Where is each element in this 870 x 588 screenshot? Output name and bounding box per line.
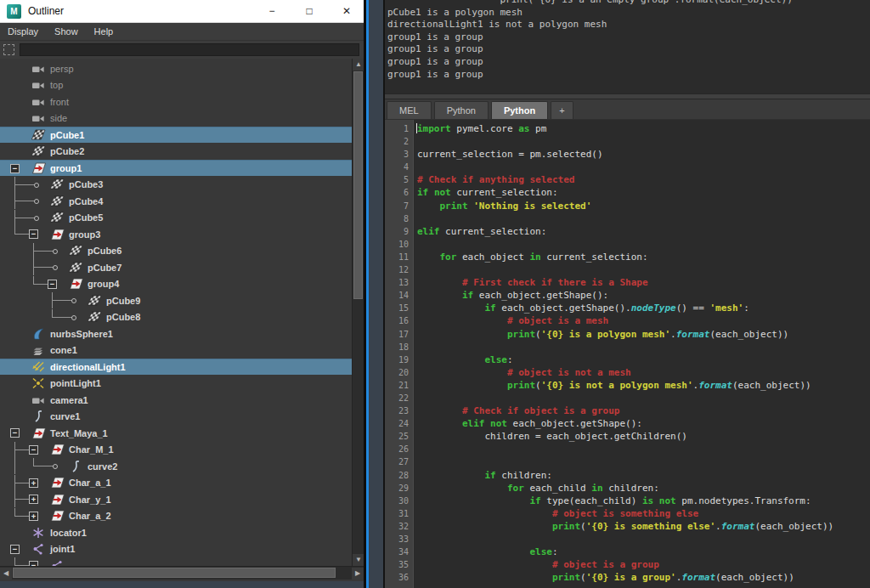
expand-icon[interactable]: +: [29, 495, 38, 504]
scroll-up-icon[interactable]: ▲: [353, 59, 364, 71]
expand-icon[interactable]: +: [29, 512, 38, 521]
outliner-row-front[interactable]: front: [0, 93, 352, 110]
scroll-right-icon[interactable]: ▶: [352, 568, 364, 580]
output-line: print('{0} is a an empty group'.format(e…: [387, 0, 793, 7]
outliner-row-Char_M_1[interactable]: −Char_M_1: [0, 442, 352, 458]
outliner-row-Text_Maya_1[interactable]: −Text_Maya_1: [0, 425, 352, 441]
collapse-icon[interactable]: −: [10, 164, 20, 173]
outliner-item-label: pCube4: [69, 196, 103, 206]
vertical-scrollbar[interactable]: ▲ ▼: [352, 59, 364, 566]
outliner-row-camera1[interactable]: camera1: [0, 392, 352, 408]
line-number: 17: [385, 328, 413, 341]
outliner-item-label: side: [50, 113, 67, 123]
code-line: if each_object.getShape():: [417, 289, 833, 302]
outliner-row-directionalLight1[interactable]: directionalLight1: [0, 359, 352, 375]
outliner-row-curve2[interactable]: curve2: [0, 458, 352, 474]
outliner-item-label: curve2: [88, 461, 117, 472]
outliner-row-pCube6[interactable]: pCube6: [0, 243, 352, 259]
filter-icon[interactable]: [3, 44, 14, 55]
tree-connector-circle: [34, 183, 39, 188]
outliner-row-cone1[interactable]: cone1: [0, 342, 352, 359]
camera-icon: [31, 112, 47, 124]
transform-icon: [69, 278, 84, 290]
outliner-row-group4[interactable]: −group4: [0, 276, 352, 292]
outliner-row-pCube9[interactable]: pCube9: [0, 292, 352, 308]
code-line: # First check if there is a Shape: [417, 276, 833, 289]
outliner-item-label: pCube9: [106, 296, 140, 306]
code-line: [417, 161, 833, 173]
outliner-row-Char_a_2[interactable]: +Char_a_2: [0, 508, 352, 524]
outliner-row-joint1[interactable]: −joint1: [0, 541, 352, 557]
menu-display[interactable]: Display: [8, 26, 38, 37]
minimize-button[interactable]: −: [253, 0, 291, 22]
outliner-row-pointLight1[interactable]: pointLight1: [0, 376, 352, 392]
tree-connector-circle: [71, 315, 76, 320]
line-number: 3: [385, 148, 413, 161]
outliner-row-top[interactable]: top: [0, 77, 352, 93]
collapse-icon[interactable]: −: [10, 428, 20, 438]
outliner-item-label: persp: [50, 64, 74, 74]
outliner-row-side[interactable]: side: [0, 110, 352, 127]
code-line: [417, 443, 833, 455]
mesh-icon: [69, 245, 84, 257]
outliner-item-label: locator1: [50, 528, 87, 538]
scroll-down-icon[interactable]: ▼: [353, 554, 364, 566]
collapse-icon[interactable]: −: [29, 229, 38, 239]
code-line: print('{0} is not a polygon mesh'.format…: [417, 379, 833, 392]
outliner-item-label: camera1: [50, 395, 88, 405]
search-input[interactable]: [20, 43, 359, 56]
outliner-row-group1[interactable]: −group1: [0, 160, 352, 176]
pane-splitter[interactable]: [385, 93, 870, 99]
mesh-icon: [69, 262, 84, 274]
tab-mel-0[interactable]: MEL: [387, 101, 432, 119]
outliner-row-pCube1[interactable]: pCube1: [0, 127, 352, 143]
expand-icon[interactable]: +: [29, 478, 38, 488]
dirlight-icon: [31, 361, 47, 373]
new-tab-button[interactable]: +: [551, 101, 573, 119]
horizontal-scroll-thumb[interactable]: [13, 568, 336, 578]
outliner-item-label: Char_a_1: [69, 478, 111, 488]
outliner-row-persp[interactable]: persp: [0, 60, 352, 76]
outliner-item-label: front: [50, 97, 69, 107]
code-editor[interactable]: 1234567891011121314151617181920212223242…: [385, 120, 870, 588]
maximize-button[interactable]: □: [291, 0, 328, 22]
outliner-row-group3[interactable]: −group3: [0, 226, 352, 242]
collapse-icon[interactable]: −: [10, 545, 20, 554]
code-line: import pymel.core as pm: [417, 122, 833, 135]
outliner-row-pCube4[interactable]: pCube4: [0, 193, 352, 209]
outliner-row-pCube3[interactable]: pCube3: [0, 177, 352, 193]
menu-show[interactable]: Show: [54, 26, 78, 37]
curve-icon: [31, 410, 47, 422]
outliner-row-pCube8[interactable]: pCube8: [0, 309, 352, 325]
menu-help[interactable]: Help: [94, 26, 114, 37]
outliner-row-pCube5[interactable]: pCube5: [0, 210, 352, 226]
outliner-row-Char_a_1[interactable]: +Char_a_1: [0, 475, 352, 491]
outliner-row-Char_y_1[interactable]: +Char_y_1: [0, 491, 352, 507]
scroll-left-icon[interactable]: ◀: [0, 568, 12, 580]
outliner-row-pCube7[interactable]: pCube7: [0, 259, 352, 275]
transform-icon: [50, 444, 65, 455]
horizontal-scrollbar[interactable]: ◀ ▶: [0, 566, 364, 580]
mesh-icon: [50, 212, 65, 223]
outliner-row-partial[interactable]: −: [0, 557, 352, 566]
outliner-row-pCube2[interactable]: pCube2: [0, 144, 352, 160]
line-number: 33: [385, 533, 413, 546]
curve-icon: [69, 461, 84, 472]
line-number: 11: [385, 251, 413, 263]
outliner-row-locator1[interactable]: locator1: [0, 524, 352, 540]
tab-python-2[interactable]: Python: [491, 101, 548, 119]
collapse-icon[interactable]: −: [48, 280, 57, 289]
code-line: print('{0} is a group'.format(each_objec…: [417, 571, 833, 584]
code-line: if type(each_child) is not pm.nodetypes.…: [417, 495, 833, 507]
tab-python-1[interactable]: Python: [434, 101, 489, 119]
outliner-item-label: pCube3: [69, 179, 103, 189]
collapse-icon[interactable]: −: [29, 445, 38, 455]
outliner-row-curve1[interactable]: curve1: [0, 409, 352, 425]
line-number: 16: [385, 314, 413, 327]
tree-connector-circle: [71, 298, 76, 303]
line-number: 35: [385, 558, 413, 571]
script-output-pane[interactable]: print('{0} is a an empty group'.format(e…: [385, 0, 870, 93]
outliner-row-nurbsSphere1[interactable]: nurbsSphere1: [0, 325, 352, 342]
vertical-scroll-thumb[interactable]: [353, 71, 363, 299]
close-button[interactable]: ✕: [328, 0, 365, 22]
